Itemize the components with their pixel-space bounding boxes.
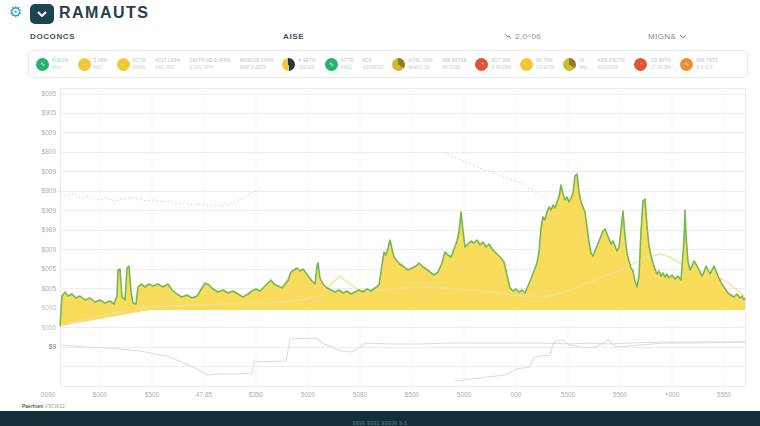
series-secondary-b <box>455 340 745 381</box>
stat-item-6[interactable]: # 9E7%J09.E9 <box>282 58 315 71</box>
stat-item-4[interactable]: 3A0TH 9E 0.0F8%0.00C.6FH <box>189 58 230 70</box>
stat-line-1: 9O7 999 <box>491 58 511 63</box>
chevron-down-icon <box>679 34 687 39</box>
wave-icon: ∿ <box>36 58 49 71</box>
svg-text:$500: $500 <box>405 391 420 398</box>
wave-icon: ∿ <box>680 58 693 71</box>
footer-note: Paerfoen V9CW22 <box>22 403 65 409</box>
stat-line-2: 90M 9UE59 <box>240 65 274 70</box>
svg-text:5000: 5000 <box>457 391 472 398</box>
svg-text:$095: $095 <box>42 90 57 97</box>
settings-gear-icon[interactable]: ⚙ <box>9 3 22 21</box>
stat-line-1: 988 89T9& <box>442 58 466 63</box>
stat-line-1: 9C8 <box>363 58 384 63</box>
svg-text:$955: $955 <box>42 324 57 331</box>
svg-text:5550: 5550 <box>717 391 732 398</box>
stat-line-2: 99.F099 <box>442 65 466 70</box>
app-title: RAMAUTS <box>59 4 150 22</box>
nav-item-aise[interactable]: AISE <box>283 32 304 41</box>
stat-line-2: 9NL <box>579 65 588 70</box>
stat-item-lines: A90L9!9J7%X0(00)09 <box>597 58 625 70</box>
stat-item-8[interactable]: 9C8A9V0K09 <box>363 58 384 70</box>
nav-item-doconcs[interactable]: DOCONCS <box>30 32 75 41</box>
wave-icon: ∿ <box>325 58 338 71</box>
svg-text:$005: $005 <box>42 285 57 292</box>
stat-item-14[interactable]: A90L9!9J7%X0(00)09 <box>597 58 625 70</box>
stat-line-1: 3A0TH 9E 0.0F8% <box>189 58 230 63</box>
svg-text:5500: 5500 <box>561 391 576 398</box>
dots-icon: ◦◦ <box>78 58 91 71</box>
status-bar-text: 9999 9991 99999 9.6 <box>353 420 408 426</box>
svg-text:+000: +000 <box>665 391 680 398</box>
footer-note-value: V9CW22 <box>45 403 65 409</box>
pie-olive-icon <box>392 58 405 71</box>
pie-olive-icon <box>563 58 576 71</box>
svg-text:$905: $905 <box>42 109 57 116</box>
svg-text:$095: $095 <box>42 304 57 311</box>
svg-text:0090: 0090 <box>41 391 56 398</box>
nav-menu[interactable]: MIGN& <box>648 32 687 41</box>
stat-item-2[interactable]: ◦◦0C7%8F8% <box>117 58 146 71</box>
x-axis-labels: 0090$000$50047,85$35050205080$5005000000… <box>41 391 732 398</box>
stat-item-lines: 9UE1%8N1 <box>52 58 69 70</box>
stat-item-lines: O9.99T%J7.95.9% <box>650 58 671 70</box>
stat-line-2: X0(00)09 <box>597 65 625 70</box>
svg-text:$9: $9 <box>49 343 57 350</box>
stat-line-2: 9.9F09% <box>491 65 511 70</box>
bottom-status-bar: 9999 9991 99999 9.6 <box>0 411 760 426</box>
dots-icon: ◦◦ <box>117 58 130 71</box>
stat-line-1: A90L9!9J7% <box>597 58 625 63</box>
stat-line-1: W09C0S 1NH9 <box>240 58 274 63</box>
svg-text:$005: $005 <box>42 265 57 272</box>
stat-line-2: A9V0K09 <box>363 65 384 70</box>
spark-icon <box>505 33 512 40</box>
stat-line-2: 0.00C.6FH <box>189 65 230 70</box>
stat-item-lines: AO9L.G9%99aF0.09 <box>408 58 433 70</box>
stat-item-0[interactable]: ∿9UE1%8N1 <box>36 58 69 71</box>
series-secondary-a <box>60 338 745 375</box>
stat-item-10[interactable]: 988 89T9&99.F099 <box>442 58 466 70</box>
stat-item-12[interactable]: ◦◦90.79%C9.E5% <box>520 58 554 71</box>
stat-item-11[interactable]: ◔9O7 9999.9F09% <box>475 58 511 71</box>
dots-icon: ◦◦ <box>520 58 533 71</box>
svg-text:$800: $800 <box>42 148 57 155</box>
stat-item-lines: 988 89T9&99.F099 <box>442 58 466 70</box>
stat-item-lines: 97T%09A1 <box>341 58 354 70</box>
nav-metric[interactable]: 2,0^06 <box>505 32 541 41</box>
svg-text:$909: $909 <box>42 207 57 214</box>
dashboard-window: ⚙ RAMAUTS DOCONCS AISE 2,0^06 MIGN& ∿9UE… <box>0 0 760 426</box>
stat-line-1: O9.99T% <box>650 58 671 63</box>
stat-item-13[interactable]: IN9NL <box>563 58 588 71</box>
chevron-down-icon <box>37 11 47 17</box>
price-chart-svg[interactable]: $095$905$009$800$009$909$909$989$009$005… <box>0 85 760 408</box>
stat-line-1: 97T% <box>341 58 354 63</box>
stat-line-1: 998 T9T9 <box>696 58 717 63</box>
svg-text:$500: $500 <box>145 391 160 398</box>
stat-item-16[interactable]: ∿998 T9T99,A.C.F <box>680 58 717 71</box>
stat-item-lines: 5.09%8NJ <box>94 58 108 70</box>
stat-line-2: 8F8% <box>133 65 146 70</box>
svg-text:$009: $009 <box>42 246 57 253</box>
stat-item-1[interactable]: ◦◦5.09%8NJ <box>78 58 108 71</box>
stat-item-3[interactable]: A017 L09%NN1 099 <box>155 58 181 70</box>
stat-line-2: 99aF0.09 <box>408 65 433 70</box>
stats-bar: ∿9UE1%8N1◦◦5.09%8NJ◦◦0C7%8F8%A017 L09%NN… <box>28 50 748 78</box>
svg-text:$009: $009 <box>42 129 57 136</box>
stat-item-lines: 9O7 9999.9F09% <box>491 58 511 70</box>
stat-item-5[interactable]: W09C0S 1NH990M 9UE59 <box>240 58 274 70</box>
svg-text:$350: $350 <box>249 391 264 398</box>
svg-text:$000: $000 <box>93 391 108 398</box>
stat-line-2: NN1 099 <box>155 65 181 70</box>
price-chart[interactable]: $095$905$009$800$009$909$909$989$009$005… <box>0 85 760 408</box>
pie-dark-icon <box>282 58 295 71</box>
app-logo[interactable] <box>30 4 54 24</box>
stat-line-2: 9,A.C.F <box>696 65 717 70</box>
stat-item-9[interactable]: AO9L.G9%99aF0.09 <box>392 58 433 71</box>
pie-red-icon: ◔ <box>634 58 647 71</box>
svg-text:$909: $909 <box>42 187 57 194</box>
stat-line-1: 5.09% <box>94 58 108 63</box>
nav-metric-value: 2,0^06 <box>515 32 541 41</box>
stat-item-lines: 9C8A9V0K09 <box>363 58 384 70</box>
stat-item-7[interactable]: ∿97T%09A1 <box>325 58 354 71</box>
stat-item-15[interactable]: ◔O9.99T%J7.95.9% <box>634 58 671 71</box>
